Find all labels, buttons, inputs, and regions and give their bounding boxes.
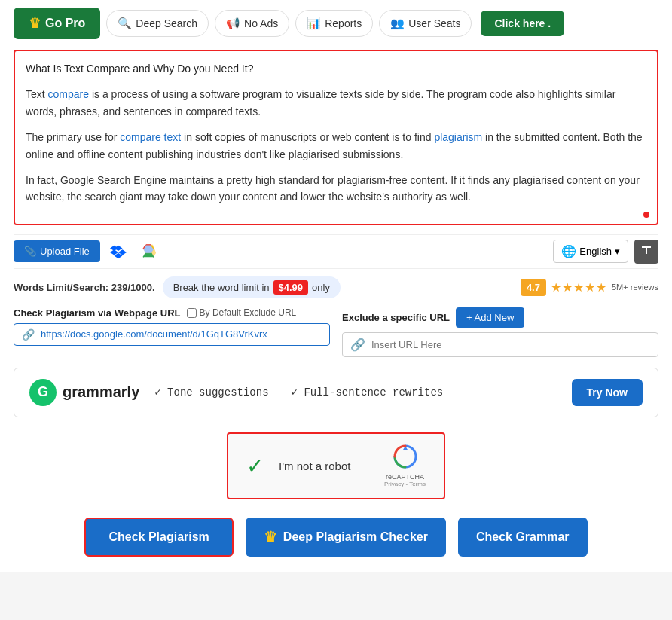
feature-no-ads[interactable]: 📢 No Ads: [215, 10, 289, 37]
chevron-down-icon: ▾: [615, 246, 620, 257]
webpage-url-title: Check Plagiarism via Webpage URL: [14, 307, 181, 319]
rating-badge: 4.7: [521, 279, 546, 296]
break-limit-text: Break the word limit in: [173, 282, 270, 293]
try-now-button[interactable]: Try Now: [572, 379, 643, 406]
webpage-url-section: Check Plagiarism via Webpage URL By Defa…: [14, 307, 330, 346]
recaptcha-brand: reCAPTCHA: [384, 473, 426, 481]
text-paragraph-1: Text compare is a process of using a sof…: [26, 86, 646, 120]
feature-label: Reports: [325, 17, 362, 29]
url-input-wrapper[interactable]: 🔗: [14, 323, 330, 346]
search-icon: 🔍: [118, 17, 132, 30]
feature-deep-search[interactable]: 🔍 Deep Search: [106, 10, 209, 37]
exclude-url-input[interactable]: [371, 339, 650, 350]
no-ads-icon: 📢: [226, 17, 240, 30]
language-label: English: [579, 246, 612, 257]
exclude-url-section: Exclude a specific URL + Add New 🔗: [342, 307, 658, 357]
go-pro-label: Go Pro: [45, 17, 85, 30]
upload-file-button[interactable]: 📎 Upload File: [14, 240, 100, 262]
grammarly-features: ✓ Tone suggestions ✓ Full-sentence rewri…: [154, 386, 443, 399]
gdrive-button[interactable]: [136, 240, 160, 264]
check-plagiarism-button[interactable]: Check Plagiarism: [84, 518, 233, 557]
grammarly-banner: G grammarly ✓ Tone suggestions ✓ Full-se…: [14, 368, 658, 417]
recaptcha-logo: reCAPTCHA Privacy - Terms: [384, 444, 426, 487]
deep-crown-icon: ♛: [264, 528, 277, 546]
paperclip-icon: 📎: [24, 246, 36, 257]
add-new-button[interactable]: + Add New: [456, 307, 524, 328]
captcha-check-icon: ✓: [246, 454, 264, 478]
only-text: only: [312, 282, 330, 293]
text-content-area: What Is Text Compare and Why Do you Need…: [14, 50, 658, 225]
webpage-url-header: Check Plagiarism via Webpage URL By Defa…: [14, 307, 330, 319]
price-tag: $4.99: [273, 280, 309, 295]
click-here-button[interactable]: Click here .: [481, 11, 564, 36]
format-icon: [640, 244, 652, 258]
crown-icon: ♛: [29, 15, 41, 32]
grammarly-feature-2: ✓ Full-sentence rewrites: [292, 386, 444, 399]
grammarly-brand: grammarly: [63, 383, 139, 401]
grammarly-logo: G grammarly: [29, 379, 139, 406]
feature-label: Deep Search: [136, 17, 197, 29]
text-heading: What Is Text Compare and Why Do you Need…: [26, 60, 646, 77]
dropbox-button[interactable]: [106, 240, 130, 264]
deep-plagiarism-label: Deep Plagiarism Checker: [283, 530, 428, 544]
reviews-text: 5M+ reviews: [612, 283, 658, 292]
feature-user-seats[interactable]: 👥 User Seats: [379, 10, 472, 37]
link-icon: 🔗: [22, 328, 35, 341]
feature-reports[interactable]: 📊 Reports: [295, 10, 373, 37]
feature-label: No Ads: [244, 17, 278, 29]
text-format-button[interactable]: [634, 240, 658, 264]
exclude-checkbox[interactable]: By Default Exclude URL: [187, 307, 297, 318]
grammarly-g-icon: G: [29, 379, 57, 406]
grammarly-feature-1: ✓ Tone suggestions: [154, 386, 268, 399]
recaptcha-icon: [384, 444, 426, 473]
bottom-buttons: Check Plagiarism ♛ Deep Plagiarism Check…: [14, 518, 658, 557]
exclude-label: By Default Exclude URL: [200, 307, 297, 318]
editor-toolbar: 📎 Upload File: [14, 234, 658, 269]
captcha-box[interactable]: ✓ I'm not a robot reCAPTCHA Privacy - Te…: [227, 432, 445, 499]
recaptcha-links: Privacy - Terms: [384, 481, 426, 487]
toolbar-right-section: 🌐 English ▾: [553, 240, 658, 264]
check-grammar-button[interactable]: Check Grammar: [458, 518, 588, 557]
go-pro-button[interactable]: ♛ Go Pro: [14, 8, 100, 39]
feature-label: User Seats: [408, 17, 460, 29]
exclude-url-title: Exclude a specific URL: [342, 312, 450, 323]
stars-icon: ★★★★★: [551, 280, 607, 295]
break-limit-badge[interactable]: Break the word limit in $4.99 only: [163, 276, 341, 298]
exclude-url-header: Exclude a specific URL + Add New: [342, 307, 658, 328]
link-icon-2: 🔗: [350, 337, 365, 352]
webpage-url-input[interactable]: [41, 328, 322, 340]
language-selector[interactable]: 🌐 English ▾: [553, 240, 628, 263]
globe-icon: 🌐: [561, 244, 576, 258]
upload-label: Upload File: [40, 246, 90, 257]
text-paragraph-3: In fact, Google Search Engine maintains …: [26, 172, 646, 206]
words-limit-bar: Words Limit/Search: 239/1000. Break the …: [14, 276, 658, 298]
deep-plagiarism-button[interactable]: ♛ Deep Plagiarism Checker: [246, 518, 446, 557]
captcha-wrapper: ✓ I'm not a robot reCAPTCHA Privacy - Te…: [14, 432, 658, 499]
text-paragraph-2: The primary use for compare text in soft…: [26, 129, 646, 163]
exclude-url-input-wrapper[interactable]: 🔗: [342, 332, 658, 357]
reports-icon: 📊: [307, 17, 321, 30]
words-limit-text: Words Limit/Search: 239/1000.: [14, 282, 155, 293]
pro-banner: ♛ Go Pro 🔍 Deep Search 📢 No Ads 📊 Report…: [14, 8, 658, 39]
scroll-indicator: [643, 212, 649, 218]
url-sections: Check Plagiarism via Webpage URL By Defa…: [14, 307, 658, 357]
user-seats-icon: 👥: [390, 17, 405, 30]
exclude-url-checkbox[interactable]: [187, 308, 197, 318]
rating-section: 4.7 ★★★★★ 5M+ reviews: [521, 279, 658, 296]
captcha-label: I'm not a robot: [279, 460, 350, 472]
